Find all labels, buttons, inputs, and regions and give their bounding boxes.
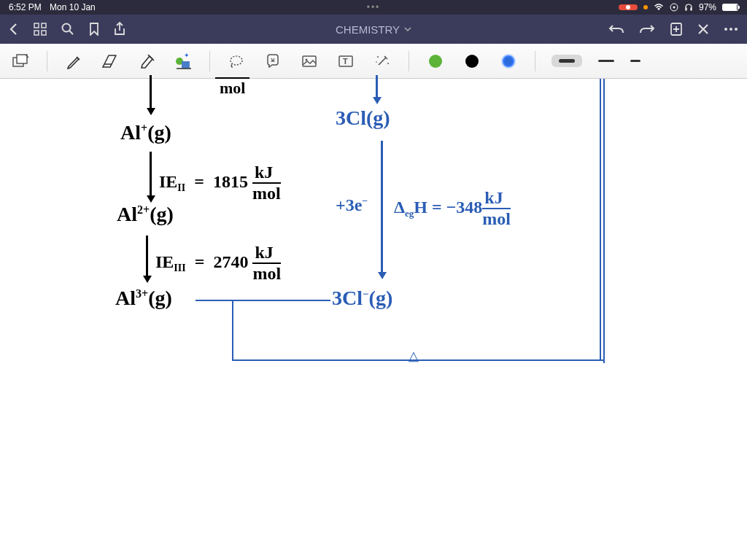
svg-rect-5 [42, 31, 46, 35]
back-button[interactable] [9, 22, 19, 36]
battery-icon [722, 4, 738, 11]
svg-point-8 [724, 28, 727, 31]
stroke-thin[interactable] [630, 60, 640, 62]
status-right: 97% [619, 2, 738, 12]
target-icon [670, 3, 678, 12]
add-page-button[interactable] [670, 22, 683, 36]
deg-h: ΔegH = −348kJmol [394, 188, 511, 229]
color-green[interactable] [425, 51, 446, 71]
svg-rect-15 [182, 61, 190, 69]
grid-button[interactable] [34, 23, 47, 36]
v-connector [232, 300, 233, 359]
text-tool[interactable]: T [336, 51, 356, 71]
color-black[interactable] [462, 51, 482, 71]
al-3plus: Al3+(g) [115, 287, 172, 310]
al-2plus: Al2+(g) [117, 203, 174, 226]
svg-point-19 [306, 58, 308, 61]
svg-rect-4 [34, 31, 39, 35]
plus-3e: +3e− [336, 195, 368, 215]
magic-tool[interactable] [372, 51, 392, 71]
svg-point-6 [63, 24, 71, 32]
bookmark-button[interactable] [89, 23, 99, 36]
chevron-down-icon [404, 27, 411, 31]
svg-text:T: T [343, 57, 348, 66]
three-cl-minus: 3Cl−(g) [332, 287, 392, 310]
shape-tool[interactable]: ✦ [173, 51, 193, 71]
lasso-tool[interactable] [226, 51, 247, 71]
search-button[interactable] [61, 23, 74, 36]
delta-symbol: △ [409, 348, 419, 364]
svg-rect-3 [42, 23, 46, 28]
eraser-tool[interactable] [100, 51, 120, 71]
al-plus: Al+(g) [120, 121, 171, 144]
ie2: IEII = 1815 kJmol [159, 163, 281, 203]
h-connector [196, 300, 330, 301]
page-edge [603, 79, 605, 363]
share-button[interactable] [114, 22, 125, 36]
ie3: IEIII = 2740 kJmol [155, 243, 281, 284]
svg-point-10 [735, 28, 738, 31]
undo-button[interactable] [608, 23, 624, 35]
page-edge2 [600, 79, 601, 359]
svg-point-1 [673, 7, 675, 9]
status-dots: ••• [367, 2, 381, 12]
svg-point-17 [231, 56, 242, 65]
svg-text:✦: ✦ [184, 52, 190, 59]
three-cl: 3Cl(g) [336, 106, 390, 130]
pen-tool[interactable] [63, 51, 84, 71]
stroke-thick[interactable] [551, 55, 582, 67]
wifi-icon [654, 4, 664, 11]
color-blue[interactable] [498, 51, 519, 71]
highlighter-tool[interactable] [136, 51, 157, 71]
recording-indicator [619, 4, 638, 10]
layers-tool[interactable] [10, 51, 31, 71]
svg-point-9 [729, 28, 732, 31]
svg-point-22 [377, 56, 379, 58]
date: Mon 10 Jan [50, 2, 96, 12]
image-tool[interactable] [299, 51, 320, 71]
stroke-medium[interactable] [598, 60, 614, 62]
more-button[interactable] [724, 27, 738, 31]
svg-rect-12 [17, 55, 27, 63]
mol-label: mol [215, 77, 249, 98]
redo-button[interactable] [639, 23, 655, 35]
battery-percent: 97% [699, 2, 716, 12]
svg-point-23 [387, 63, 389, 64]
sticker-tool[interactable] [263, 51, 283, 71]
svg-rect-2 [34, 23, 39, 28]
orange-dot-icon [643, 5, 648, 9]
svg-point-24 [376, 61, 377, 63]
close-button[interactable] [697, 23, 709, 35]
headphones-icon [684, 3, 693, 12]
time: 6:52 PM [9, 2, 42, 12]
status-left: 6:52 PM Mon 10 Jan [9, 2, 96, 12]
note-canvas[interactable]: mol Al+(g) IEII = 1815 kJmol Al2+(g) IEI… [0, 79, 747, 560]
document-title[interactable]: CHEMISTRY [336, 23, 411, 36]
